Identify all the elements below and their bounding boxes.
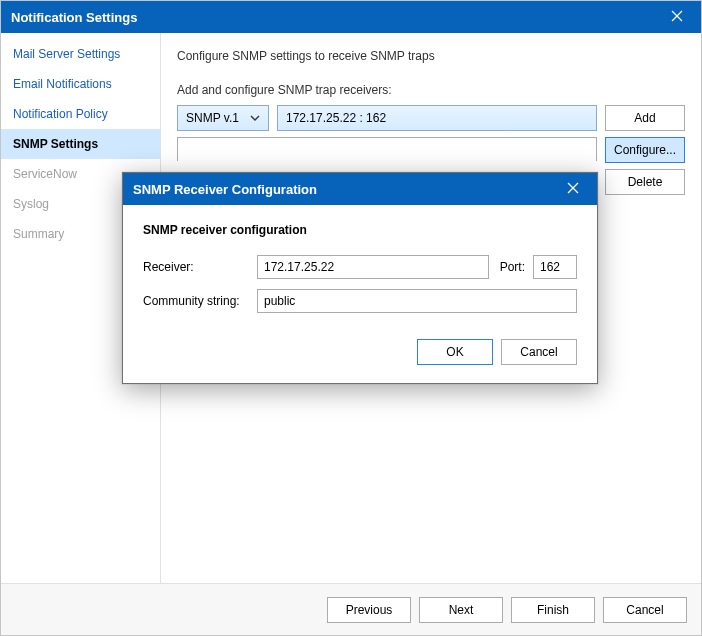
modal-snmp-receiver: SNMP Receiver Configuration SNMP receive… xyxy=(122,172,598,384)
port-input[interactable] xyxy=(533,255,577,279)
label-receiver: Receiver: xyxy=(143,260,249,274)
list-empty-area xyxy=(177,137,597,161)
configure-button[interactable]: Configure... xyxy=(605,137,685,163)
close-icon xyxy=(671,10,683,22)
receiver-value: 172.17.25.22 : 162 xyxy=(286,111,386,125)
snmp-version-select[interactable]: SNMP v.1 xyxy=(177,105,269,131)
window: Notification Settings Mail Server Settin… xyxy=(0,0,702,636)
receiver-input[interactable] xyxy=(257,255,489,279)
sidebar-item-snmp-settings[interactable]: SNMP Settings xyxy=(1,129,160,159)
sidebar-item-email-notifications[interactable]: Email Notifications xyxy=(1,69,160,99)
cancel-button[interactable]: Cancel xyxy=(603,597,687,623)
ok-button[interactable]: OK xyxy=(417,339,493,365)
close-button[interactable] xyxy=(663,10,691,25)
label-port: Port: xyxy=(497,260,525,274)
community-input[interactable] xyxy=(257,289,577,313)
close-icon xyxy=(567,182,579,194)
modal-body: SNMP receiver configuration Receiver: Po… xyxy=(123,205,597,339)
delete-button[interactable]: Delete xyxy=(605,169,685,195)
modal-title: SNMP Receiver Configuration xyxy=(133,182,559,197)
modal-cancel-button[interactable]: Cancel xyxy=(501,339,577,365)
add-button[interactable]: Add xyxy=(605,105,685,131)
receiver-display[interactable]: 172.17.25.22 : 162 xyxy=(277,105,597,131)
form-row-community: Community string: xyxy=(143,289,577,313)
chevron-down-icon xyxy=(250,115,260,121)
finish-button[interactable]: Finish xyxy=(511,597,595,623)
receivers-list: SNMP v.1 172.17.25.22 : 162 xyxy=(177,105,597,161)
modal-titlebar: SNMP Receiver Configuration xyxy=(123,173,597,205)
receiver-row[interactable]: SNMP v.1 172.17.25.22 : 162 xyxy=(177,105,597,131)
modal-section-title: SNMP receiver configuration xyxy=(143,223,577,237)
panel-description: Configure SNMP settings to receive SNMP … xyxy=(177,49,685,63)
form-row-receiver: Receiver: Port: xyxy=(143,255,577,279)
list-buttons: Add Configure... Delete xyxy=(605,105,685,195)
label-community: Community string: xyxy=(143,294,249,308)
sidebar-item-notification-policy[interactable]: Notification Policy xyxy=(1,99,160,129)
list-header: Add and configure SNMP trap receivers: xyxy=(177,83,685,97)
window-title: Notification Settings xyxy=(11,10,663,25)
previous-button[interactable]: Previous xyxy=(327,597,411,623)
snmp-version-value: SNMP v.1 xyxy=(186,111,239,125)
sidebar-item-mail-server[interactable]: Mail Server Settings xyxy=(1,39,160,69)
modal-footer: OK Cancel xyxy=(123,339,597,383)
modal-close-button[interactable] xyxy=(559,182,587,197)
next-button[interactable]: Next xyxy=(419,597,503,623)
titlebar: Notification Settings xyxy=(1,1,701,33)
wizard-footer: Previous Next Finish Cancel xyxy=(1,583,701,635)
